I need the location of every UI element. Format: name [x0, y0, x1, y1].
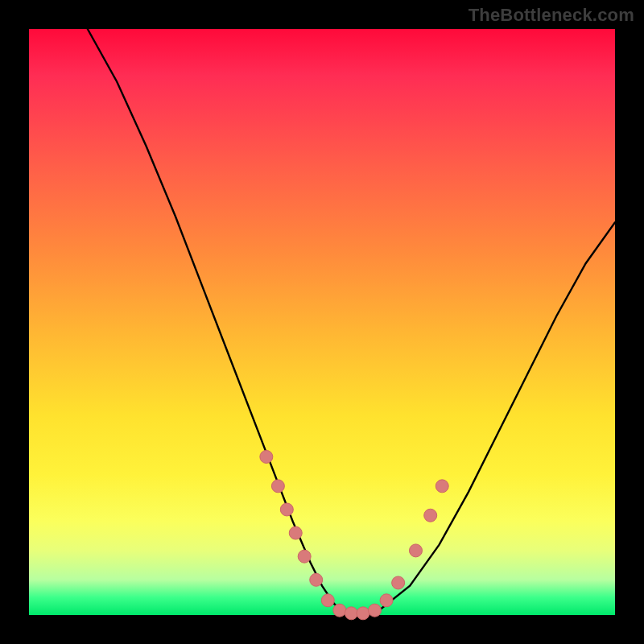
- chart-frame: TheBottleneck.com: [0, 0, 644, 644]
- curve-marker: [280, 503, 293, 516]
- curve-marker: [369, 604, 382, 617]
- bottleneck-curve: [88, 29, 615, 615]
- curve-marker: [357, 607, 369, 620]
- curve-marker: [380, 594, 393, 607]
- curve-marker: [260, 450, 273, 463]
- curve-markers: [260, 450, 448, 619]
- curve-marker: [392, 576, 405, 589]
- curve-marker: [333, 604, 346, 617]
- curve-marker: [409, 544, 422, 557]
- curve-svg: [29, 29, 615, 615]
- curve-marker: [345, 607, 357, 620]
- plot-area: [29, 29, 615, 615]
- curve-marker: [298, 550, 311, 563]
- curve-marker: [436, 480, 448, 493]
- curve-marker: [289, 526, 302, 539]
- curve-marker: [310, 573, 323, 586]
- watermark-text: TheBottleneck.com: [469, 5, 634, 26]
- curve-marker: [271, 480, 284, 493]
- curve-marker: [321, 594, 334, 607]
- curve-marker: [424, 509, 437, 522]
